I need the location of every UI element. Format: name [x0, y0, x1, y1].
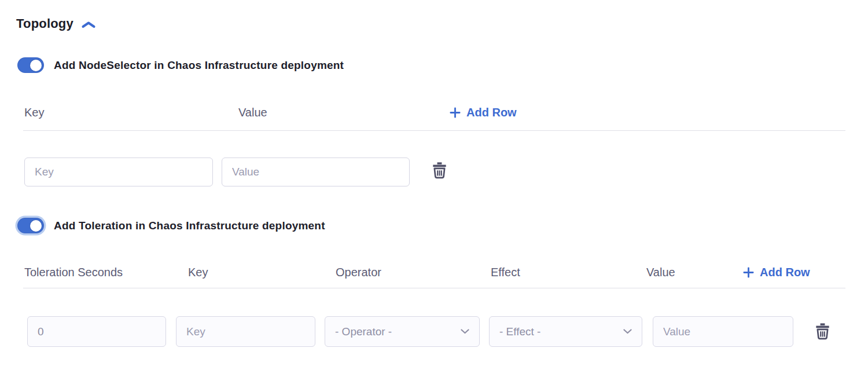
table-header-divider [23, 288, 845, 288]
effect-selected-value: - Effect - [499, 325, 540, 338]
table-header-divider [23, 130, 845, 131]
toleration-toggle-row: Add Toleration in Chaos Infrastructure d… [17, 218, 325, 233]
add-row-label: Add Row [760, 266, 810, 279]
toleration-header-effect: Effect [491, 265, 520, 280]
node-selector-key-input[interactable] [24, 158, 213, 186]
section-title-text: Topology [16, 16, 73, 31]
node-selector-delete-row-button[interactable] [431, 160, 448, 181]
node-selector-toggle-row: Add NodeSelector in Chaos Infrastructure… [17, 57, 344, 73]
toleration-value-input[interactable] [653, 316, 793, 347]
plus-icon [742, 266, 755, 279]
toggle-knob [30, 60, 42, 71]
topology-settings-panel: Topology Add NodeSelector in Chaos Infra… [0, 0, 868, 388]
toleration-operator-select[interactable]: - Operator - [325, 316, 480, 347]
node-selector-value-input[interactable] [222, 158, 410, 186]
toleration-add-row-button[interactable]: Add Row [742, 265, 810, 280]
toleration-effect-select[interactable]: - Effect - [489, 316, 642, 347]
node-selector-header-key: Key [24, 105, 44, 120]
node-selector-add-row-button[interactable]: Add Row [449, 105, 517, 120]
toleration-toggle[interactable] [17, 218, 44, 233]
toleration-key-input[interactable] [176, 316, 315, 347]
toleration-header-value: Value [646, 265, 675, 280]
toleration-header-operator: Operator [336, 265, 381, 280]
node-selector-toggle[interactable] [17, 57, 44, 73]
add-row-label: Add Row [466, 106, 517, 119]
trash-icon [815, 323, 830, 341]
chevron-up-icon [81, 20, 96, 29]
chevron-down-icon [623, 329, 632, 334]
node-selector-header-value: Value [238, 105, 267, 120]
operator-selected-value: - Operator - [335, 325, 392, 338]
toleration-header-key: Key [188, 265, 208, 280]
plus-icon [449, 107, 461, 119]
chevron-down-icon [461, 329, 469, 334]
toleration-toggle-label: Add Toleration in Chaos Infrastructure d… [54, 219, 325, 232]
toleration-delete-row-button[interactable] [814, 321, 832, 342]
trash-icon [432, 162, 447, 180]
section-header-topology[interactable]: Topology [16, 16, 96, 31]
toleration-seconds-input[interactable] [27, 316, 166, 347]
node-selector-toggle-label: Add NodeSelector in Chaos Infrastructure… [54, 59, 344, 72]
toggle-knob [30, 220, 42, 232]
toleration-header-seconds: Toleration Seconds [24, 265, 123, 280]
